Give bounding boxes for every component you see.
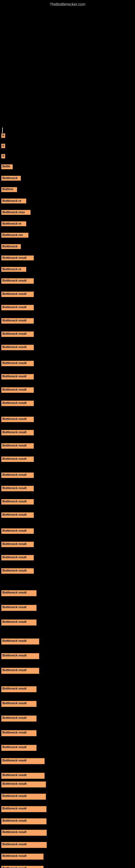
bottleneck-result-label: Bottleneck result xyxy=(1,318,34,323)
bottleneck-result-label: Bottleneck result xyxy=(1,716,37,721)
bottleneck-result-label: Bottleneck result xyxy=(1,374,34,379)
bottleneck-result-label: Bottleneck re xyxy=(1,221,26,226)
bottleneck-result-label: Bottleneck result xyxy=(1,568,34,574)
bottleneck-result-label: Bottleneck result xyxy=(1,773,45,779)
bottleneck-result-label: Bottleneck result xyxy=(1,794,46,800)
bottleneck-result-label: Bottleneck result xyxy=(1,806,46,812)
bottleneck-result-label: Bottleneck result xyxy=(1,430,34,435)
bottleneck-result-label: B xyxy=(1,154,5,158)
bottleneck-result-label: Bottleneck result xyxy=(1,416,34,422)
cursor-indicator xyxy=(2,127,3,133)
bottleneck-result-label: Bottleneck result xyxy=(1,542,34,547)
bottleneck-result-label: Bottleneck result xyxy=(1,499,34,504)
bottleneck-result-label: Bottleneck xyxy=(1,176,21,181)
bottleneck-result-label: Bottleneck result xyxy=(1,745,37,751)
bottleneck-result-label: B xyxy=(1,144,5,148)
bottleneck-result-label: Bottleneck result xyxy=(1,758,45,764)
bottleneck-result-label: Bottleneck result xyxy=(1,730,37,736)
bottleneck-result-label: Bottleneck resu xyxy=(1,210,31,215)
bottleneck-result-label: Bottleneck result xyxy=(1,866,43,868)
bottleneck-result-label: B xyxy=(1,133,5,138)
bottleneck-result-label: Bottleneck result xyxy=(1,590,37,596)
bottleneck-result-label: Bottleneck result xyxy=(1,781,46,787)
bottleneck-result-label: Bottleneck result xyxy=(1,639,39,645)
bottleneck-result-label: Bottleneck result xyxy=(1,401,34,406)
bottleneck-result-label: Bottlene xyxy=(1,187,17,192)
bottleneck-result-label: Bottleneck res xyxy=(1,233,28,238)
bottleneck-result-label: Bottleneck result xyxy=(1,842,47,848)
bottleneck-result-label: Bottleneck result xyxy=(1,361,34,366)
bottleneck-result-label: Bottleneck result xyxy=(1,457,34,462)
bottleneck-result-label: Bottleneck xyxy=(1,244,21,249)
bottleneck-result-label: Bottleneck result xyxy=(1,255,34,260)
bottleneck-result-label: Bottleneck result xyxy=(1,443,34,448)
bottleneck-result-label: Bottleneck result xyxy=(1,388,34,393)
bottleneck-result-label: Bottleneck result xyxy=(1,830,47,836)
bottleneck-result-label: Bottleneck result xyxy=(1,332,34,337)
bottleneck-result-label: Bottleneck result xyxy=(1,686,37,692)
bottleneck-result-label: Bottleneck result xyxy=(1,472,34,478)
bottleneck-result-label: Bottleneck result xyxy=(1,291,34,297)
bottleneck-result-label: Bottleneck result xyxy=(1,305,34,310)
bottleneck-result-label: Bottleneck result xyxy=(1,818,46,824)
bottleneck-result-label: Bottleneck re xyxy=(1,198,26,204)
bottleneck-result-label: Bottleneck result xyxy=(1,486,34,491)
bottleneck-result-label: Bottleneck result xyxy=(1,278,34,284)
bottleneck-result-label: Bottleneck result xyxy=(1,555,34,560)
bottleneck-result-label: Bottleneck result xyxy=(1,653,39,659)
bottleneck-result-label: Bottleneck result xyxy=(1,528,34,534)
bottleneck-result-label: Bottle xyxy=(1,164,13,169)
bottleneck-result-label: Bottleneck result xyxy=(1,854,43,860)
site-title: TheBottlenecker.com xyxy=(50,2,85,6)
bottleneck-result-label: Bottleneck re xyxy=(1,267,26,272)
bottleneck-result-label: Bottleneck result xyxy=(1,668,39,674)
bottleneck-result-label: Bottleneck result xyxy=(1,513,34,518)
bottleneck-result-label: Bottleneck result xyxy=(1,345,34,350)
bottleneck-result-label: Bottleneck result xyxy=(1,701,37,707)
bottleneck-result-label: Bottleneck result xyxy=(1,620,37,625)
bottleneck-result-label: Bottleneck result xyxy=(1,605,37,611)
